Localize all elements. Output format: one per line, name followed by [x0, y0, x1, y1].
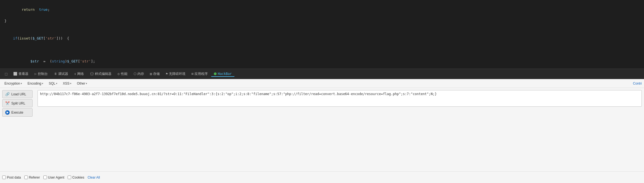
clear-all-button[interactable]: Clear All	[87, 176, 100, 179]
code-area: return true; } if(isset($_GET['str'])) {…	[0, 0, 644, 69]
menu-other[interactable]: Other ▾	[75, 80, 89, 87]
sql-arrow-icon: ▾	[56, 82, 57, 85]
devtools-toolbar: ⬚ ⬜ 查看器 ▷ 控制台 ⏸ 调试器 ↕ 网络 {} 样式编辑器 ◎ 性能 ⬡…	[0, 69, 644, 79]
load-url-icon: 🔗	[5, 92, 10, 96]
devtools-tab-memory[interactable]: ⬡ 内存	[131, 70, 147, 77]
encryption-arrow-icon: ▾	[21, 82, 22, 85]
application-icon: ⊞	[191, 72, 193, 76]
code-line: return true;	[4, 1, 640, 18]
xss-arrow-icon: ▾	[70, 82, 71, 85]
storage-icon: ▤	[150, 72, 152, 76]
execute-play-icon	[5, 110, 10, 115]
referer-checkbox[interactable]	[24, 176, 28, 179]
devtools-tab-hackbar[interactable]: HackBar	[211, 71, 235, 77]
accessibility-icon: ⚑	[166, 72, 168, 76]
devtools-tab-console[interactable]: ▷ 控制台	[32, 70, 50, 77]
cookies-checkbox-label[interactable]: Cookies	[68, 176, 84, 179]
contri-link[interactable]: Contri	[633, 82, 642, 85]
split-url-icon: ✂️	[5, 101, 10, 105]
viewer-icon: ⬜	[13, 72, 17, 76]
hackbar-panel: Encryption ▾ Encoding ▾ SQL ▾ XSS ▾ Othe…	[0, 79, 644, 183]
devtools-tab-viewer[interactable]: ⬜ 查看器	[10, 70, 31, 77]
execute-button[interactable]: Execute	[2, 108, 33, 117]
devtools-inspect-icon[interactable]: ⬚	[2, 70, 10, 77]
hackbar-menubar: Encryption ▾ Encoding ▾ SQL ▾ XSS ▾ Othe…	[0, 79, 644, 88]
devtools-tab-application[interactable]: ⊞ 应用程序	[189, 70, 211, 77]
post-data-checkbox-label[interactable]: Post data	[2, 176, 21, 179]
menu-encryption[interactable]: Encryption ▾	[2, 80, 24, 87]
user-agent-checkbox[interactable]	[43, 176, 47, 179]
console-icon: ▷	[34, 72, 36, 76]
hackbar-dot-icon	[214, 72, 217, 75]
performance-icon: ◎	[118, 72, 119, 76]
cookies-checkbox[interactable]	[68, 176, 71, 179]
other-arrow-icon: ▾	[86, 82, 87, 85]
code-line	[4, 47, 640, 53]
url-area	[38, 90, 642, 169]
code-line: $str = (string)$_GET['str'];	[4, 53, 640, 69]
code-line	[4, 24, 640, 30]
encoding-arrow-icon: ▾	[42, 82, 43, 85]
load-url-button[interactable]: 🔗 Load URL	[2, 90, 33, 98]
url-input[interactable]	[38, 90, 642, 107]
referer-checkbox-label[interactable]: Referer	[24, 176, 40, 179]
devtools-tab-storage[interactable]: ▤ 存储	[147, 70, 163, 77]
code-line: if(isset($_GET['str'])) {	[4, 30, 640, 47]
hackbar-main: 🔗 Load URL ✂️ Split URL Execute	[0, 88, 644, 171]
hackbar-bottom-bar: Post data Referer User Agent Cookies Cle…	[0, 171, 644, 183]
devtools-tab-accessibility[interactable]: ⚑ 无障碍环境	[163, 70, 188, 77]
post-data-checkbox[interactable]	[2, 176, 6, 179]
split-url-button[interactable]: ✂️ Split URL	[2, 99, 33, 107]
menu-sql[interactable]: SQL ▾	[47, 80, 60, 87]
menu-encoding[interactable]: Encoding ▾	[25, 80, 46, 87]
code-line: }	[4, 18, 640, 24]
memory-icon: ⬡	[134, 72, 136, 76]
user-agent-checkbox-label[interactable]: User Agent	[43, 176, 64, 179]
devtools-tab-style-editor[interactable]: {} 样式编辑器	[87, 70, 114, 77]
style-icon: {}	[90, 72, 94, 76]
hackbar-buttons: 🔗 Load URL ✂️ Split URL Execute	[2, 90, 35, 169]
menu-xss[interactable]: XSS ▾	[61, 80, 74, 87]
devtools-tab-debugger[interactable]: ⏸ 调试器	[51, 70, 71, 77]
devtools-tab-network[interactable]: ↕ 网络	[71, 70, 87, 77]
network-icon: ↕	[74, 72, 76, 76]
debugger-icon: ⏸	[54, 72, 57, 76]
devtools-tab-performance[interactable]: ◎ 性能	[115, 70, 130, 77]
